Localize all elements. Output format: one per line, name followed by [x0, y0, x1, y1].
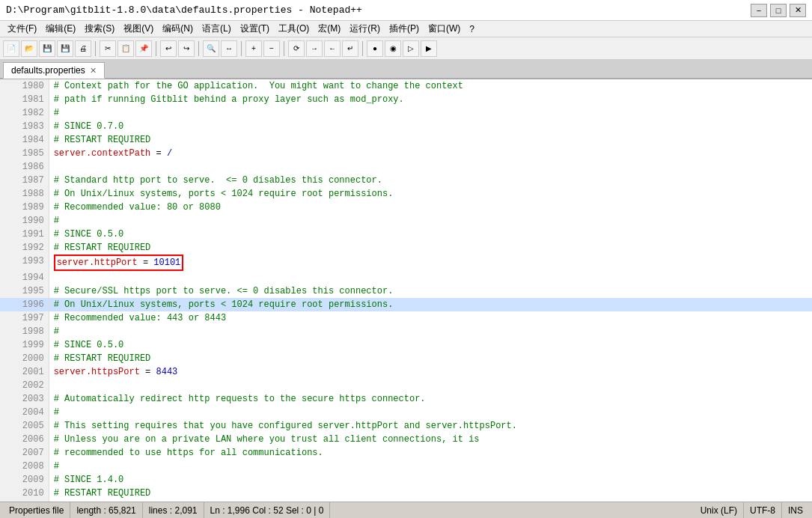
code-line[interactable]: server.httpsPort = 8443: [49, 365, 812, 379]
code-line[interactable]: # This setting requires that you have co…: [49, 419, 812, 433]
menu-item-v[interactable]: 视图(V): [119, 21, 158, 37]
toolbar-sync[interactable]: ⟳: [288, 40, 305, 57]
code-line[interactable]: #: [49, 406, 812, 419]
toolbar-sep6: [362, 41, 363, 56]
table-row: 1998#: [0, 325, 812, 338]
toolbar-sep5: [284, 41, 284, 56]
toolbar-macro4[interactable]: ▶: [421, 40, 437, 57]
code-line[interactable]: # On Unix/Linux systems, ports < 1024 re…: [49, 187, 812, 201]
code-line[interactable]: # path if running Gitblit behind a proxy…: [49, 93, 812, 106]
code-line[interactable]: #: [49, 214, 812, 228]
code-line[interactable]: # RESTART REQUIRED: [49, 352, 812, 365]
code-line[interactable]: # Standard http port to serve. <= 0 disa…: [49, 174, 812, 187]
toolbar-save[interactable]: 💾: [39, 40, 55, 57]
code-body: 1980# Context path for the GO applicatio…: [0, 79, 812, 502]
code-area[interactable]: 1980# Context path for the GO applicatio…: [0, 79, 812, 502]
minimize-button[interactable]: −: [751, 4, 767, 17]
tab-label: defaults.properties: [11, 65, 85, 76]
line-number: 2003: [0, 392, 49, 406]
code-line[interactable]: #: [49, 460, 812, 473]
menu-item-s[interactable]: 搜索(S): [80, 21, 119, 37]
table-row: 2006# Unless you are on a private LAN wh…: [0, 433, 812, 446]
menu-item-n[interactable]: 编码(N): [158, 21, 198, 37]
maximize-button[interactable]: □: [770, 4, 787, 17]
code-line[interactable]: # Unless you are on a private LAN where …: [49, 433, 812, 446]
toolbar-copy[interactable]: 📋: [117, 40, 134, 57]
menu-item-o[interactable]: 工具(O): [274, 21, 314, 37]
menu-item-p[interactable]: 插件(P): [385, 21, 424, 37]
code-line[interactable]: # Recommended value: 80 or 8080: [49, 201, 812, 214]
line-number: 1987: [0, 174, 49, 187]
toolbar-macro1[interactable]: ●: [367, 40, 383, 57]
code-line[interactable]: [49, 271, 812, 284]
line-number: 1999: [0, 338, 49, 352]
menu-item-[interactable]: ?: [465, 22, 479, 36]
table-row: 2002: [0, 379, 812, 392]
table-row: 1997# Recommended value: 443 or 8443: [0, 311, 812, 325]
code-table: 1980# Context path for the GO applicatio…: [0, 79, 812, 502]
code-line[interactable]: # On Unix/Linux systems, ports < 1024 re…: [49, 298, 812, 311]
code-line[interactable]: server.contextPath = /: [49, 147, 812, 160]
toolbar-saveall[interactable]: 💾: [57, 40, 73, 57]
table-row: 1988# On Unix/Linux systems, ports < 102…: [0, 187, 812, 201]
table-row: 1990#: [0, 214, 812, 228]
code-line[interactable]: [49, 160, 812, 174]
line-number: 2007: [0, 446, 49, 460]
toolbar-open[interactable]: 📂: [21, 40, 37, 57]
table-row: 2001server.httpsPort = 8443: [0, 365, 812, 379]
toolbar-redo[interactable]: ↪: [178, 40, 195, 57]
toolbar-paste[interactable]: 📌: [135, 40, 152, 57]
tab-defaults-properties[interactable]: defaults.properties ✕: [3, 62, 105, 79]
toolbar-indent[interactable]: →: [306, 40, 323, 57]
toolbar-print[interactable]: 🖨: [75, 40, 91, 57]
menu-item-f[interactable]: 文件(F): [3, 21, 41, 37]
code-line[interactable]: # Recommended value: 443 or 8443: [49, 311, 812, 325]
toolbar-sep4: [241, 41, 242, 56]
toolbar-sep3: [198, 41, 199, 56]
menu-item-r[interactable]: 运行(R): [345, 21, 385, 37]
toolbar-macro2[interactable]: ◉: [385, 40, 401, 57]
toolbar-find[interactable]: 🔍: [203, 40, 219, 57]
toolbar-wrap[interactable]: ↵: [342, 40, 358, 57]
tab-close-icon[interactable]: ✕: [90, 66, 97, 76]
code-line[interactable]: # SINCE 1.4.0: [49, 473, 812, 487]
table-row: 1981# path if running Gitblit behind a p…: [0, 93, 812, 106]
code-line[interactable]: # Secure/SSL https port to serve. <= 0 d…: [49, 284, 812, 298]
menu-item-m[interactable]: 宏(M): [314, 21, 345, 37]
line-number: 1980: [0, 79, 49, 93]
menu-item-l[interactable]: 语言(L): [198, 21, 236, 37]
code-line[interactable]: # Automatically redirect http requests t…: [49, 392, 812, 406]
table-row: 2003# Automatically redirect http reques…: [0, 392, 812, 406]
toolbar-zoom-in[interactable]: +: [245, 40, 262, 57]
toolbar-replace[interactable]: ↔: [221, 40, 237, 57]
toolbar-unindent[interactable]: ←: [324, 40, 341, 57]
code-line[interactable]: # RESTART REQUIRED: [49, 133, 812, 147]
table-row: 2008#: [0, 460, 812, 473]
line-number: 1998: [0, 325, 49, 338]
line-number: 1981: [0, 93, 49, 106]
code-line[interactable]: [49, 379, 812, 392]
code-line[interactable]: # recommended to use https for all commu…: [49, 446, 812, 460]
toolbar-macro3[interactable]: ▷: [403, 40, 419, 57]
code-line[interactable]: server.httpPort = 10101: [49, 255, 812, 271]
line-number: 2010: [0, 487, 49, 500]
menu-item-t[interactable]: 设置(T): [236, 21, 274, 37]
code-line[interactable]: #: [49, 106, 812, 120]
menu-item-w[interactable]: 窗口(W): [424, 21, 465, 37]
table-row: 1991# SINCE 0.5.0: [0, 228, 812, 241]
code-line[interactable]: #: [49, 325, 812, 338]
close-button[interactable]: ✕: [790, 4, 806, 17]
code-line[interactable]: # SINCE 0.5.0: [49, 228, 812, 241]
code-line[interactable]: # RESTART REQUIRED: [49, 241, 812, 255]
toolbar-new[interactable]: 📄: [3, 40, 19, 57]
code-line[interactable]: # SINCE 0.5.0: [49, 338, 812, 352]
toolbar-undo[interactable]: ↩: [160, 40, 177, 57]
menu-bar: 文件(F)编辑(E)搜索(S)视图(V)编码(N)语言(L)设置(T)工具(O)…: [0, 21, 812, 37]
toolbar-cut[interactable]: ✂: [100, 40, 116, 57]
code-line[interactable]: # SINCE 0.7.0: [49, 120, 812, 133]
toolbar-zoom-out[interactable]: −: [263, 40, 280, 57]
code-line[interactable]: # Context path for the GO application. Y…: [49, 79, 812, 93]
code-line[interactable]: # RESTART REQUIRED: [49, 487, 812, 500]
table-row: 1992# RESTART REQUIRED: [0, 241, 812, 255]
menu-item-e[interactable]: 编辑(E): [41, 21, 80, 37]
